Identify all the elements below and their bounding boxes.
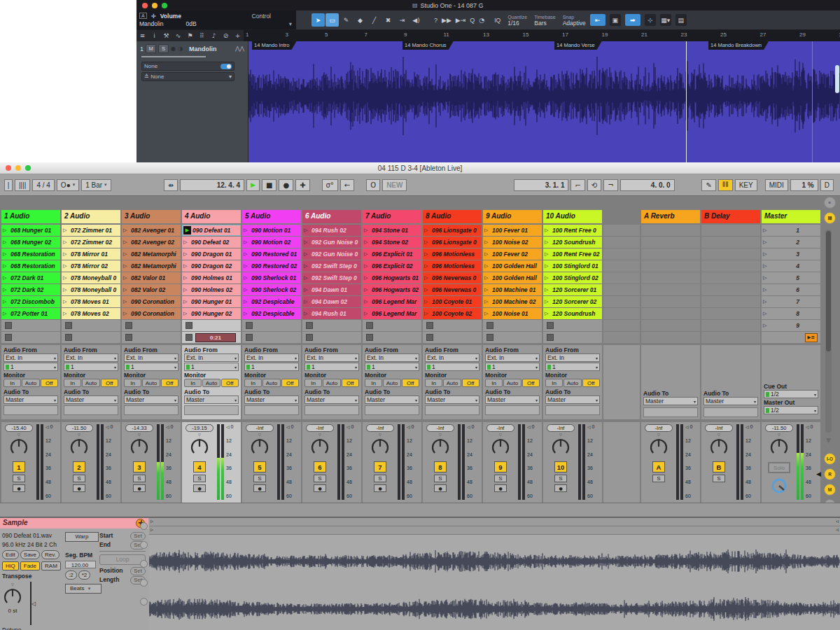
clip-stop-button[interactable] (5, 322, 12, 329)
send-select[interactable]: ≙ None ▾ (141, 72, 234, 81)
clip[interactable]: ▷082 Avenger 01 (122, 225, 181, 236)
transpose-knob[interactable]: ▽ 0 st (2, 582, 23, 614)
audio-from-select[interactable]: Ext. In▾ (545, 354, 600, 362)
insert-toggle[interactable] (220, 64, 232, 69)
clip-stop-button[interactable] (486, 322, 493, 329)
play-button[interactable]: ▶ (246, 179, 260, 191)
clip-play-icon[interactable]: ▷ (364, 239, 372, 245)
clip-play-icon[interactable]: ▷ (63, 239, 71, 245)
pan-knob[interactable]: ▽ (430, 432, 450, 459)
automation-parameter[interactable]: Volume (160, 13, 181, 20)
half-tempo-button[interactable]: :2 (65, 570, 77, 580)
pan-knob[interactable]: ▽ (9, 432, 29, 459)
scene-slot[interactable]: ▷8 (762, 308, 820, 319)
audio-to-select[interactable]: Master▾ (304, 396, 359, 404)
solo-button[interactable]: S (314, 475, 326, 482)
monitor-in-button[interactable]: In (545, 379, 563, 387)
volume-display[interactable]: -Inf (426, 424, 454, 432)
clip-play-icon[interactable]: ▷ (484, 227, 492, 233)
fold-arrow-icon[interactable]: ◀ (816, 470, 821, 477)
clip-slot-empty[interactable] (641, 237, 700, 248)
clip-play-icon[interactable]: ▷ (364, 299, 372, 304)
clip[interactable]: ▷068 Restoration (1, 248, 60, 260)
clip-play-icon[interactable]: ▷ (123, 311, 131, 316)
audio-to-select[interactable]: Master▾ (425, 396, 479, 404)
clip-play-icon[interactable]: ▷ (123, 287, 131, 293)
audio-to-select[interactable]: Master▾ (545, 396, 600, 404)
volume-display[interactable]: -Inf (645, 424, 673, 432)
record-arm-icon[interactable]: ● (171, 46, 176, 52)
clip-play-icon[interactable]: ▷ (63, 227, 71, 233)
clip-play-icon[interactable]: ▷ (484, 287, 492, 293)
clip[interactable]: ▷096 Explicit 02 (363, 260, 421, 272)
draw-mode-button[interactable]: ✎ (701, 179, 715, 191)
arm-button[interactable]: ● (253, 484, 266, 492)
track-activator-button[interactable]: 9 (494, 461, 507, 472)
clip[interactable]: ▷072 Dark 02 (1, 284, 60, 295)
clip-play-icon[interactable]: ▷ (304, 311, 312, 316)
stop-button[interactable]: ■ (262, 179, 276, 191)
volume-display[interactable]: -15.40 (5, 424, 33, 432)
track-volume-bar[interactable] (141, 56, 206, 57)
clip[interactable]: ▷100 Stinglord 01 (543, 260, 602, 272)
clip-play-icon[interactable]: ▷ (63, 311, 71, 316)
clip[interactable]: ▷078 Moves 02 (62, 308, 120, 319)
clip-slot-empty[interactable] (603, 308, 640, 319)
line-tool[interactable]: ╱ (368, 13, 381, 27)
pan-knob[interactable]: ▽ (709, 432, 729, 459)
clip-slot-empty[interactable] (603, 332, 640, 343)
metronome-button[interactable]: O●▾ (57, 179, 79, 191)
track-delay-field[interactable] (244, 405, 299, 415)
arm-button[interactable]: ● (554, 484, 567, 492)
clip[interactable]: ▷100 Noise 02 (483, 237, 542, 248)
clip-play-icon[interactable]: ▷ (545, 227, 552, 233)
clip-stop-slot[interactable] (423, 332, 482, 343)
loop-length[interactable]: 4. 0. 0 (620, 179, 675, 191)
clip[interactable]: ▷120 Soundrush (543, 308, 602, 319)
clip[interactable]: ▷100 Coyote 01 (423, 296, 482, 307)
clip-stop-button[interactable] (426, 334, 433, 341)
mute-tool[interactable]: ✖ (382, 13, 395, 27)
monitor-auto-button[interactable]: Auto (22, 379, 39, 387)
input-quantize-button[interactable]: IQ (494, 17, 500, 24)
quantize-grid-icon[interactable]: ⠿ (196, 32, 208, 39)
quantize-select[interactable]: Quantize 1/16 (507, 14, 527, 27)
clip-slot-empty[interactable] (641, 320, 700, 331)
track-name[interactable]: Mandolin (189, 46, 217, 52)
scene-play-icon[interactable]: ▷ (763, 239, 771, 245)
clip-stop-slot[interactable] (1, 332, 60, 343)
clip-stop-button[interactable] (65, 334, 72, 341)
audio-to-select[interactable]: Master▾ (365, 396, 419, 404)
clip[interactable]: ▷096 Lionsgate 0 (423, 237, 482, 248)
clip-slot-empty[interactable] (641, 260, 700, 272)
monitor-auto-button[interactable]: Auto (142, 379, 160, 387)
clip-play-icon[interactable]: ▷ (3, 227, 10, 233)
scene-play-icon[interactable]: ▷ (763, 311, 771, 316)
clip-stop-button[interactable] (547, 334, 554, 341)
save-button[interactable]: Save (20, 550, 40, 559)
back-to-arrangement-button[interactable]: ← (340, 179, 354, 191)
master-header[interactable]: Master (762, 210, 820, 223)
clip-play-icon[interactable]: ▷ (244, 311, 251, 316)
computer-midi-keyboard-button[interactable]: ⦀⦀ (718, 179, 733, 191)
audio-from-select[interactable]: Ext. In▾ (304, 354, 359, 362)
clip-play-icon[interactable]: ▷ (304, 275, 312, 281)
pan-knob[interactable]: ▽ (491, 432, 510, 459)
clip[interactable]: ▷090 Restored 02 (242, 260, 301, 272)
clip-slot-empty[interactable] (603, 237, 640, 248)
arrangement-area[interactable]: 14 Mando Intro14 Mando Chorus14 Mando Ve… (248, 41, 840, 162)
pan-knob[interactable]: ▽ (769, 432, 789, 459)
clip-stop-button[interactable] (547, 322, 554, 329)
sample-editor[interactable]: ▹◃ ▹◃ (149, 518, 840, 630)
volume-display[interactable]: -11.50 (65, 424, 93, 432)
clip-stop-slot[interactable] (182, 320, 241, 331)
clip-slot-empty[interactable] (641, 332, 700, 343)
seg-bpm-field[interactable]: 120.00 (65, 561, 96, 568)
track-activator-button[interactable]: 7 (374, 461, 386, 472)
clip[interactable]: ▷090 Coronation (122, 308, 181, 319)
clip-slot-empty[interactable] (701, 260, 760, 272)
transpose-slider[interactable]: ◁ (30, 582, 36, 625)
scroll-down-icon[interactable]: ▼ (826, 437, 831, 444)
snap-start-icon[interactable]: ⇤ (590, 14, 606, 26)
clip[interactable]: ▷078 Mirror 01 (62, 248, 120, 260)
